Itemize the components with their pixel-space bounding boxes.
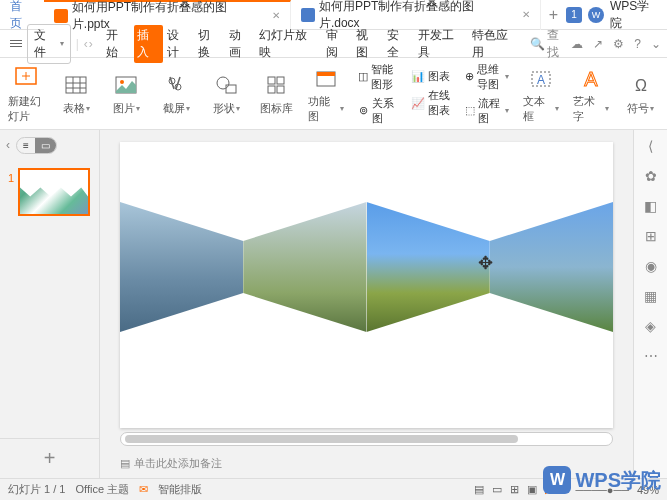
wordart-button[interactable]: A 艺术字▾ [573, 64, 609, 124]
menu-animation[interactable]: 动画 [226, 25, 256, 63]
table-button[interactable]: 表格▾ [58, 71, 94, 116]
menu-start[interactable]: 开始 [103, 25, 133, 63]
horizontal-scrollbar[interactable] [120, 432, 613, 446]
svg-text:A: A [537, 73, 545, 87]
shape-icon [212, 71, 240, 99]
slide-canvas[interactable]: ✥ [120, 142, 613, 428]
file-menu[interactable]: 文件▾ [27, 24, 71, 64]
help-icon[interactable]: ? [634, 37, 641, 51]
new-slide-icon [12, 64, 40, 92]
cloud-icon[interactable]: ☁ [571, 37, 583, 51]
symbol-button[interactable]: Ω 符号▾ [623, 71, 659, 116]
smartshape-button[interactable]: ◫智能图形 [358, 62, 397, 92]
folded-image-4[interactable] [490, 202, 613, 332]
normal-view-icon[interactable]: ▭ [492, 483, 502, 496]
mindmap-button[interactable]: ⊕思维导图▾ [465, 62, 509, 92]
new-tab-button[interactable]: + [541, 6, 566, 24]
menu-bar: 文件▾ | ‹ › 开始 插入 设计 切换 动画 幻灯片放映 审阅 视图 安全 … [0, 30, 667, 58]
record-icon[interactable]: ◉ [645, 258, 657, 274]
style-icon[interactable]: ◈ [645, 318, 656, 334]
reading-view-icon[interactable]: ▣ [527, 483, 537, 496]
slide-number: 1 [8, 172, 14, 184]
tool-icon[interactable]: ⊞ [645, 228, 657, 244]
notes-placeholder: 单击此处添加备注 [134, 456, 222, 471]
screenshot-button[interactable]: 截屏▾ [158, 71, 194, 116]
shape-button[interactable]: 形状▾ [208, 71, 244, 116]
svg-rect-14 [268, 77, 275, 84]
settings-icon[interactable]: ⚙ [613, 37, 624, 51]
arrange-icon[interactable]: ▦ [644, 288, 657, 304]
menu-design[interactable]: 设计 [164, 25, 194, 63]
folded-image-group[interactable] [120, 202, 613, 332]
menu-review[interactable]: 审阅 [323, 25, 353, 63]
hamburger-icon[interactable] [6, 36, 26, 51]
svg-point-9 [120, 80, 124, 84]
picture-button[interactable]: 图片▾ [108, 71, 144, 116]
wps-watermark-icon: W [543, 466, 571, 494]
folded-image-1[interactable] [120, 202, 243, 332]
flowchart-icon: ⬚ [465, 104, 475, 118]
share-icon[interactable]: ↗ [593, 37, 603, 51]
theme-name: Office 主题 [75, 482, 129, 497]
close-icon[interactable]: ✕ [522, 9, 530, 20]
menu-slideshow[interactable]: 幻灯片放映 [256, 25, 321, 63]
expand-icon[interactable]: ⟨ [648, 138, 653, 154]
onlinechart-button[interactable]: 📈在线图表 [411, 88, 450, 118]
close-icon[interactable]: ✕ [272, 10, 280, 21]
chevron-down-icon[interactable]: ⌄ [651, 37, 661, 51]
chart-button[interactable]: 📊图表 [411, 69, 450, 84]
gear-icon[interactable]: ✿ [645, 168, 657, 184]
search-box[interactable]: 🔍查找 [530, 27, 571, 61]
academy-label: WPS学院 [610, 0, 661, 32]
menu-security[interactable]: 安全 [384, 25, 414, 63]
view-toggle[interactable]: ≡▭ [16, 137, 57, 154]
add-slide-button[interactable]: + [0, 438, 99, 478]
flowchart-button[interactable]: ⬚流程图▾ [465, 96, 509, 126]
svg-rect-17 [277, 86, 284, 93]
caret-left-icon[interactable]: ‹ [84, 37, 88, 51]
onlinechart-icon: 📈 [411, 96, 425, 110]
screenshot-icon [162, 71, 190, 99]
menu-devtools[interactable]: 开发工具 [415, 25, 468, 63]
table-icon [62, 71, 90, 99]
back-icon[interactable]: ‹ [6, 138, 10, 152]
more-icon[interactable]: ⋯ [644, 348, 658, 364]
template-icon[interactable]: ◧ [644, 198, 657, 214]
menu-view[interactable]: 视图 [353, 25, 383, 63]
svg-rect-19 [317, 72, 335, 76]
notes-view-icon[interactable]: ▤ [474, 483, 484, 496]
svg-rect-3 [66, 77, 86, 93]
wordart-icon: A [577, 64, 605, 92]
iconlib-button[interactable]: 图标库 [258, 71, 294, 116]
thumbnail-preview [20, 170, 88, 214]
folded-image-3[interactable] [367, 202, 490, 332]
caret-right-icon[interactable]: › [89, 37, 93, 51]
smart-layout[interactable]: 智能排版 [158, 482, 202, 497]
sorter-view-icon[interactable]: ⊞ [510, 483, 519, 496]
notes-icon: ▤ [120, 457, 130, 470]
notification-badge[interactable]: 1 [566, 7, 582, 23]
menu-special[interactable]: 特色应用 [469, 25, 522, 63]
thumbnail-list: 1 [0, 160, 99, 438]
slide-thumbnail[interactable]: 1 [18, 168, 90, 216]
relation-button[interactable]: ⊚关系图 [358, 96, 397, 126]
watermark: W WPS学院 [543, 466, 661, 494]
wps-logo-icon[interactable]: W [588, 7, 604, 23]
panel-toolbar: ‹ ≡▭ [0, 130, 99, 160]
new-slide-button[interactable]: 新建幻灯片 [8, 64, 44, 124]
textbox-button[interactable]: A 文本框▾ [523, 64, 559, 124]
slide-panel: ‹ ≡▭ 1 + [0, 130, 100, 478]
symbol-icon: Ω [627, 71, 655, 99]
mindmap-icon: ⊕ [465, 70, 474, 84]
notes-bar[interactable]: ▤ 单击此处添加备注 [120, 452, 613, 474]
workspace: ‹ ≡▭ 1 + ✥ ▤ 单击此处添加备注 ⟨ ✿ [0, 130, 667, 478]
mail-icon[interactable]: ✉ [139, 483, 148, 496]
picture-icon [112, 71, 140, 99]
feature-button[interactable]: 功能图▾ [308, 64, 344, 124]
textbox-icon: A [527, 64, 555, 92]
svg-point-12 [217, 77, 229, 89]
menu-transition[interactable]: 切换 [195, 25, 225, 63]
svg-text:A: A [584, 68, 598, 90]
folded-image-2[interactable] [243, 202, 366, 332]
menu-insert[interactable]: 插入 [134, 25, 164, 63]
